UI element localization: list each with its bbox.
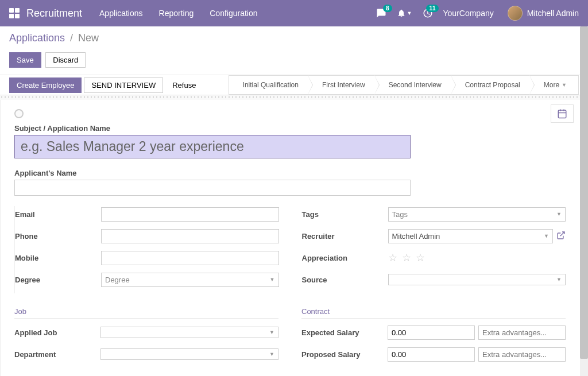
kanban-state-circle[interactable] [14,109,24,118]
action-row: Save Discard [0,49,588,75]
breadcrumb-current: New [78,32,99,44]
stage-second-interview[interactable]: Second Interview [375,75,451,95]
subject-input[interactable] [14,135,411,158]
external-link-icon[interactable] [556,231,566,242]
svg-rect-0 [558,110,566,118]
expected-salary-extra-input[interactable] [478,325,566,340]
applicant-input[interactable] [14,180,411,196]
dotted-separator [0,95,588,100]
save-button[interactable]: Save [9,52,41,68]
source-select[interactable]: ▼ [388,274,566,285]
stage-more[interactable]: More▼ [530,75,579,95]
applied-job-label: Applied Job [14,328,100,337]
degree-select[interactable]: Degree▼ [101,273,279,287]
scrollbar[interactable] [580,26,588,376]
calendar-icon[interactable] [551,104,574,123]
phone-label: Phone [15,232,101,241]
contract-section-title: Contract [301,307,566,319]
avatar [508,6,523,21]
star-3[interactable]: ☆ [416,251,425,264]
breadcrumb-bar: Applications / New [0,26,588,49]
recruiter-select[interactable]: Mitchell Admin▼ [388,229,554,243]
email-label: Email [15,210,101,219]
tags-label: Tags [302,210,388,219]
refuse-button[interactable]: Refuse [165,78,203,92]
proposed-salary-label: Proposed Salary [301,350,388,359]
nav-applications[interactable]: Applications [99,9,143,18]
star-2[interactable]: ☆ [402,251,411,264]
proposed-salary-extra-input[interactable] [478,347,566,362]
send-interview-button[interactable]: SEND INTERVIEW [84,77,163,93]
appreciation-label: Appreciation [302,254,388,262]
phone-input[interactable] [101,229,279,243]
statusbar: Create Employee SEND INTERVIEW Refuse In… [0,75,588,95]
applicant-label: Applicant's Name [14,169,566,177]
recruiter-label: Recruiter [302,232,388,241]
discard-button[interactable]: Discard [45,52,86,68]
subject-label: Subject / Application Name [14,124,566,133]
app-brand[interactable]: Recruitment [26,7,82,20]
star-1[interactable]: ☆ [388,251,397,264]
nav-reporting[interactable]: Reporting [159,9,194,18]
svg-line-4 [560,232,564,236]
applied-job-select[interactable]: ▼ [100,327,278,338]
company-selector[interactable]: YourCompany [443,9,494,18]
activities-icon[interactable]: 11 [423,8,433,18]
form-content: Subject / Application Name Applicant's N… [0,100,588,376]
messaging-icon[interactable]: 8 [376,8,386,18]
messaging-badge: 8 [383,5,392,12]
department-label: Department [14,350,100,359]
notifications-icon[interactable]: ▼ [397,9,412,18]
degree-label: Degree [15,276,101,284]
expected-salary-label: Expected Salary [301,328,388,337]
stage-contract-proposal[interactable]: Contract Proposal [451,75,530,95]
tags-select[interactable]: Tags▼ [388,207,566,222]
breadcrumb-separator: / [70,32,73,44]
breadcrumb-parent[interactable]: Applications [9,32,65,44]
source-label: Source [302,276,388,284]
email-input[interactable] [101,207,279,222]
user-menu[interactable]: Mitchell Admin [508,6,579,21]
user-name: Mitchell Admin [527,9,579,18]
activities-badge: 11 [426,5,438,12]
job-section-title: Job [14,307,278,319]
status-stages: Initial Qualification First Interview Se… [229,75,588,95]
proposed-salary-input[interactable] [388,347,475,362]
department-select[interactable]: ▼ [100,348,278,360]
stage-first-interview[interactable]: First Interview [308,75,375,95]
apps-icon[interactable] [9,8,20,18]
nav-configuration[interactable]: Configuration [210,9,257,18]
expected-salary-input[interactable] [388,325,475,340]
stage-initial-qualification[interactable]: Initial Qualification [229,75,308,95]
top-navbar: Recruitment Applications Reporting Confi… [0,0,588,26]
breadcrumb: Applications / New [9,32,579,44]
mobile-input[interactable] [101,251,279,265]
mobile-label: Mobile [15,254,101,262]
create-employee-button[interactable]: Create Employee [9,77,82,93]
